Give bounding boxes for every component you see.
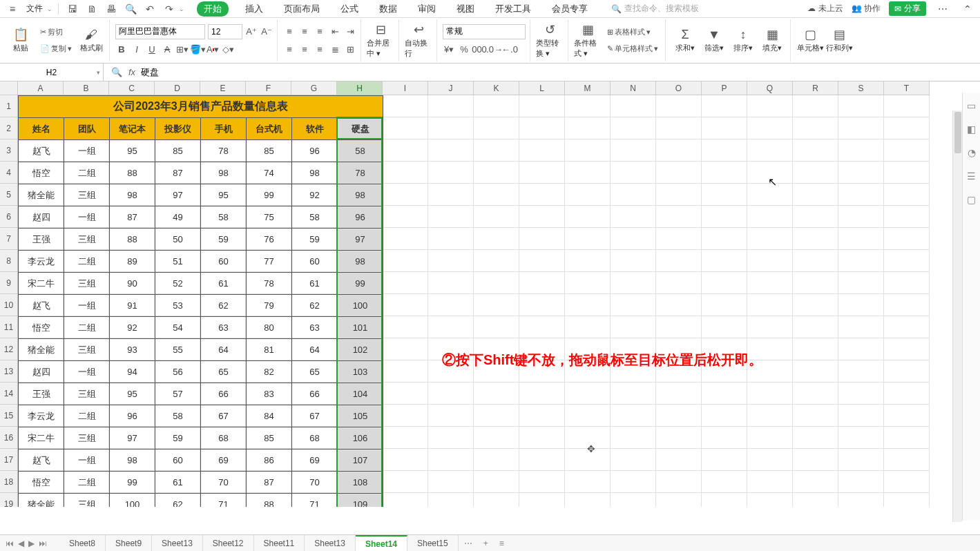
cell[interactable] bbox=[884, 162, 930, 184]
col-header-F[interactable]: F bbox=[246, 81, 291, 95]
cell[interactable] bbox=[611, 427, 656, 449]
table-cell[interactable]: 一组 bbox=[64, 450, 110, 472]
cell[interactable] bbox=[474, 405, 519, 427]
table-cell[interactable]: 80 bbox=[247, 317, 292, 339]
col-header-M[interactable]: M bbox=[565, 81, 611, 95]
cell[interactable] bbox=[611, 493, 656, 507]
table-cell[interactable]: 57 bbox=[155, 383, 201, 405]
menu-icon[interactable]: ≡ bbox=[4, 1, 21, 17]
font-color-icon[interactable]: A▾ bbox=[206, 44, 219, 56]
orientation-icon[interactable]: ⊞ bbox=[344, 44, 356, 56]
increase-font-icon[interactable]: A⁺ bbox=[245, 26, 258, 38]
cell[interactable] bbox=[519, 162, 565, 184]
cell[interactable] bbox=[884, 272, 930, 294]
table-cell[interactable]: 三组 bbox=[64, 383, 110, 405]
cell[interactable] bbox=[474, 228, 519, 250]
cell[interactable] bbox=[474, 250, 519, 272]
cell[interactable] bbox=[793, 294, 838, 316]
cell[interactable] bbox=[702, 95, 747, 117]
cell[interactable] bbox=[656, 228, 702, 250]
table-cell[interactable]: 二组 bbox=[64, 472, 110, 494]
cell[interactable] bbox=[428, 405, 474, 427]
table-title[interactable]: 公司2023年3月销售产品数量信息表 bbox=[19, 96, 383, 118]
table-cell[interactable]: 106 bbox=[338, 427, 383, 450]
table-cell[interactable]: 宋二牛 bbox=[19, 273, 64, 295]
cell[interactable] bbox=[838, 228, 884, 250]
table-cell[interactable]: 95 bbox=[201, 184, 247, 206]
cell[interactable] bbox=[565, 184, 611, 206]
cell[interactable] bbox=[383, 95, 428, 117]
row-header-3[interactable]: 3 bbox=[0, 139, 18, 162]
sheets-more-icon[interactable]: ⋯ bbox=[459, 539, 478, 548]
col-header-A[interactable]: A bbox=[18, 81, 64, 95]
align-left-icon[interactable]: ≡ bbox=[283, 44, 296, 56]
underline-icon[interactable]: U bbox=[146, 44, 158, 56]
cell[interactable] bbox=[793, 95, 838, 117]
cell[interactable] bbox=[519, 139, 565, 162]
fill-button[interactable]: ▦填充▾ bbox=[758, 28, 786, 53]
table-cell[interactable]: 86 bbox=[247, 450, 292, 472]
vertical-scrollbar[interactable] bbox=[952, 110, 962, 522]
align-middle-icon[interactable]: ≡ bbox=[298, 26, 311, 38]
row-header-16[interactable]: 16 bbox=[0, 427, 18, 449]
cell[interactable] bbox=[565, 383, 611, 405]
cell[interactable] bbox=[474, 383, 519, 405]
border-icon[interactable]: ⊞▾ bbox=[176, 44, 189, 56]
cell[interactable] bbox=[611, 162, 656, 184]
cell[interactable] bbox=[519, 471, 565, 493]
cell[interactable] bbox=[428, 139, 474, 162]
cell[interactable] bbox=[383, 405, 428, 427]
table-cell[interactable]: 64 bbox=[201, 339, 247, 361]
col-header-D[interactable]: D bbox=[155, 81, 200, 95]
sheet-next-icon[interactable]: ▶ bbox=[28, 539, 35, 548]
cell[interactable] bbox=[884, 250, 930, 272]
table-cell[interactable]: 56 bbox=[155, 361, 201, 383]
cell[interactable] bbox=[747, 206, 793, 228]
table-cell[interactable]: 100 bbox=[110, 494, 155, 508]
sheet-add-icon[interactable]: + bbox=[478, 539, 494, 548]
cell[interactable] bbox=[702, 162, 747, 184]
cell[interactable] bbox=[656, 184, 702, 206]
cell[interactable] bbox=[519, 228, 565, 250]
table-cell[interactable]: 99 bbox=[110, 472, 155, 494]
table-cell[interactable]: 87 bbox=[247, 472, 292, 494]
collab-button[interactable]: 👥 协作 bbox=[852, 3, 881, 14]
cell[interactable] bbox=[428, 95, 474, 117]
table-cell[interactable]: 82 bbox=[247, 361, 292, 383]
decrease-decimal-icon[interactable]: ←.0 bbox=[503, 44, 516, 56]
cell[interactable] bbox=[611, 471, 656, 493]
side-style-icon[interactable]: ◧ bbox=[965, 123, 978, 135]
cell[interactable] bbox=[565, 162, 611, 184]
cell[interactable] bbox=[656, 493, 702, 507]
cell[interactable] bbox=[519, 272, 565, 294]
rowcol-button[interactable]: ▤行和列▾ bbox=[825, 28, 853, 53]
table-cell[interactable]: 60 bbox=[201, 251, 247, 273]
cell[interactable] bbox=[656, 250, 702, 272]
undo-icon[interactable]: ↶ bbox=[142, 1, 158, 17]
cell[interactable] bbox=[838, 206, 884, 228]
table-cell[interactable]: 59 bbox=[292, 229, 338, 251]
cell[interactable] bbox=[884, 493, 930, 507]
table-cell[interactable]: 69 bbox=[201, 450, 247, 472]
cell[interactable] bbox=[474, 449, 519, 471]
row-header-18[interactable]: 18 bbox=[0, 471, 18, 493]
row-header-7[interactable]: 7 bbox=[0, 228, 18, 250]
cell[interactable] bbox=[565, 272, 611, 294]
side-chart-icon[interactable]: ◔ bbox=[965, 146, 978, 159]
cell[interactable] bbox=[838, 250, 884, 272]
table-cell[interactable]: 50 bbox=[155, 229, 201, 251]
cell[interactable] bbox=[838, 383, 884, 405]
table-cell[interactable]: 88 bbox=[247, 494, 292, 508]
cell[interactable] bbox=[519, 184, 565, 206]
side-more-icon[interactable]: ▢ bbox=[965, 193, 978, 206]
table-cell[interactable]: 赵四 bbox=[19, 206, 64, 229]
table-header[interactable]: 笔记本 bbox=[110, 118, 155, 140]
table-cell[interactable]: 69 bbox=[292, 450, 338, 472]
row-header-10[interactable]: 10 bbox=[0, 294, 18, 316]
distribute-icon[interactable]: ≣ bbox=[329, 44, 341, 56]
cell[interactable] bbox=[656, 405, 702, 427]
fx-icon[interactable]: fx bbox=[128, 67, 135, 77]
cell[interactable] bbox=[884, 383, 930, 405]
table-cell[interactable]: 100 bbox=[338, 295, 383, 317]
col-header-G[interactable]: G bbox=[291, 81, 337, 95]
